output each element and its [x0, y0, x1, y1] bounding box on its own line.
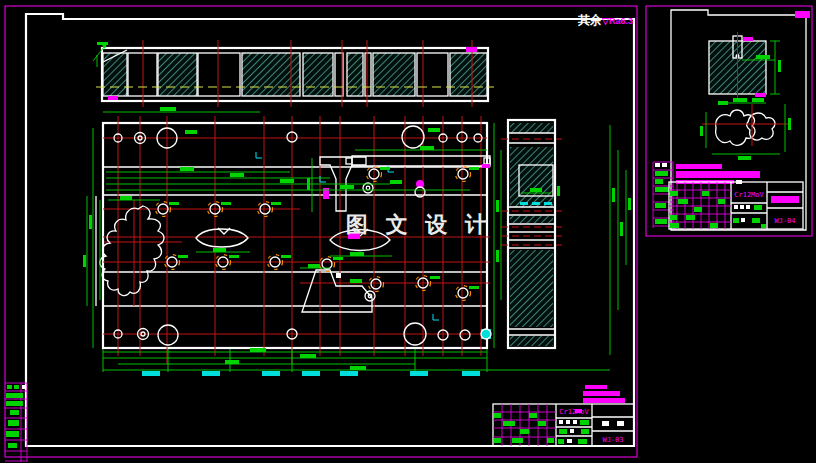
drawing-number-main: WJ-03	[602, 436, 623, 444]
note-bars	[676, 164, 760, 184]
surface-note-prefix: 其余	[578, 13, 602, 27]
title-block-main: Cr12MoV WJ-03	[493, 385, 634, 446]
side-section-view	[501, 120, 562, 348]
cavity-detail-view	[700, 98, 791, 160]
cad-canvas: Cr12MoV WJ-03	[0, 0, 816, 463]
punch-section-view	[709, 32, 781, 103]
title-block-detail: Cr12MoV WJ-04	[669, 182, 803, 229]
centerlines	[103, 116, 490, 364]
sheet-size-tag	[795, 11, 810, 18]
strip-section-view	[93, 40, 494, 112]
detail-sheet: Cr12MoV WJ-04	[646, 6, 812, 236]
highlight-dashes	[142, 371, 480, 376]
drawing-number-detail: WJ-04	[774, 217, 795, 225]
watermark-text: 图 文 设 计	[346, 210, 492, 240]
title-grid	[493, 404, 556, 446]
title-grid-detail	[669, 182, 731, 229]
parts-table-left	[5, 383, 27, 462]
main-sheet: Cr12MoV WJ-03	[5, 6, 637, 462]
surface-note-value: ▽Ra6.3	[602, 16, 633, 26]
material-label-detail: Cr12MoV	[734, 191, 764, 199]
material-label-main: Cr12MoV	[559, 408, 589, 416]
surface-roughness-note: 其余▽Ra6.3	[578, 10, 633, 29]
plate-plan-view	[96, 116, 491, 364]
